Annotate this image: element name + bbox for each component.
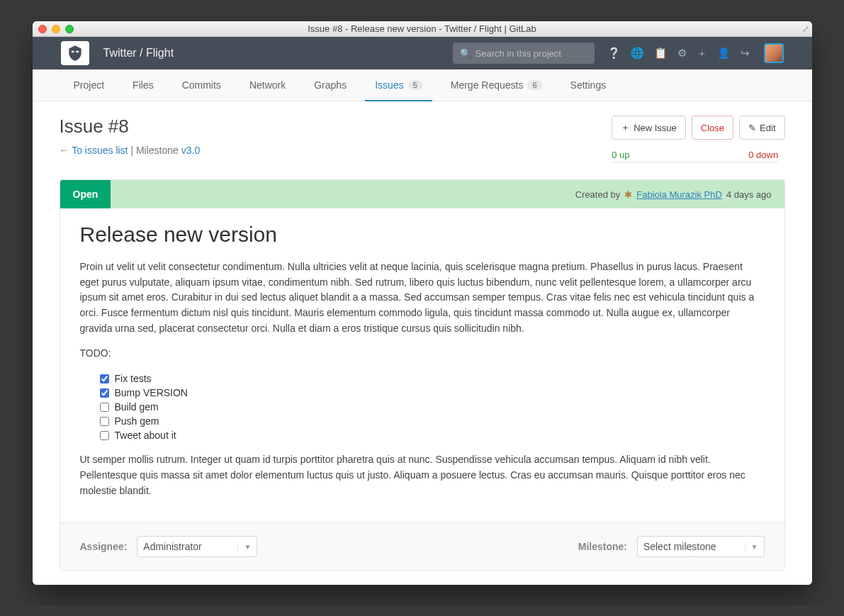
todo-checkbox[interactable] [100, 403, 109, 412]
issue-paragraph: Proin ut velit ut velit consectetur cond… [80, 259, 765, 336]
tab-network[interactable]: Network [235, 69, 300, 101]
close-window-icon[interactable] [38, 25, 47, 33]
zoom-window-icon[interactable] [65, 25, 74, 33]
assignee-label: Assignee: [80, 541, 128, 552]
issue-footer: Assignee: Administrator ▼ Milestone: Sel… [60, 522, 784, 570]
status-badge: Open [60, 180, 111, 208]
tab-settings[interactable]: Settings [556, 69, 621, 101]
todo-checkbox[interactable] [100, 417, 109, 426]
search-icon: 🔍 [460, 48, 471, 59]
todo-checkbox[interactable] [100, 374, 109, 383]
project-tabs: ProjectFilesCommitsNetworkGraphsIssues5M… [33, 69, 812, 101]
created-ago: 4 days ago [726, 189, 772, 200]
downvote-count: 0 down [748, 150, 778, 160]
todo-item: Bump VERSION [100, 386, 765, 400]
logout-icon[interactable]: ↪ [741, 47, 750, 60]
todo-text: Bump VERSION [115, 387, 188, 398]
tab-badge: 6 [527, 80, 541, 90]
tab-merge-requests[interactable]: Merge Requests6 [437, 69, 556, 101]
navbar-icons: ❔ 🌐 📋 ⚙ ＋ 👤 ↪ [607, 43, 784, 63]
milestone-select[interactable]: Select milestone ▼ [637, 536, 765, 557]
assignee-select[interactable]: Administrator ▼ [137, 536, 257, 557]
todo-text: Push gem [115, 415, 159, 427]
milestone-label: Milestone [136, 145, 181, 156]
issue-title: Release new version [80, 223, 765, 247]
project-name[interactable]: Twitter / Flight [103, 47, 174, 60]
todo-list: Fix testsBump VERSIONBuild gemPush gemTw… [80, 371, 765, 442]
gitlab-logo[interactable] [61, 41, 89, 65]
status-bar: Open Created by ✱ Fabiola Murazik PhD 4 … [60, 180, 784, 208]
tab-badge: 5 [408, 80, 422, 90]
todo-item: Tweet about it [100, 428, 765, 442]
tab-project[interactable]: Project [60, 69, 119, 101]
todo-text: Fix tests [115, 373, 152, 384]
todo-checkbox[interactable] [100, 431, 109, 440]
milestone-link[interactable]: v3.0 [181, 145, 200, 156]
copy-icon[interactable]: 📋 [654, 47, 668, 60]
todo-text: Build gem [115, 401, 159, 413]
todo-heading: TODO: [80, 346, 765, 362]
gears-icon[interactable]: ⚙ [677, 47, 687, 60]
sprocket-icon: ✱ [624, 189, 632, 200]
tab-files[interactable]: Files [118, 69, 168, 101]
plus-icon: ＋ [621, 121, 630, 134]
back-arrow-icon: ← [60, 145, 69, 156]
help-icon[interactable]: ❔ [607, 47, 621, 60]
new-issue-button[interactable]: ＋New Issue [612, 116, 686, 140]
minimize-window-icon[interactable] [52, 25, 60, 33]
tab-commits[interactable]: Commits [168, 69, 235, 101]
issue-paragraph: Ut semper mollis rutrum. Integer ut quam… [80, 452, 765, 498]
edit-issue-button[interactable]: ✎Edit [739, 116, 784, 140]
created-by-label: Created by [575, 189, 621, 200]
titlebar: Issue #8 - Release new version - Twitter… [33, 21, 812, 37]
issue-number: Issue #8 [60, 116, 201, 138]
breadcrumb: ← To issues list | Milestone v3.0 [60, 145, 201, 156]
todo-checkbox[interactable] [100, 388, 109, 398]
search-box[interactable]: 🔍 [453, 43, 595, 64]
plus-icon[interactable]: ＋ [697, 47, 707, 60]
resize-icon[interactable]: ⤢ [802, 24, 809, 34]
close-issue-button[interactable]: Close [692, 116, 733, 140]
globe-icon[interactable]: 🌐 [631, 47, 644, 60]
chevron-down-icon: ▼ [745, 543, 758, 551]
todo-text: Tweet about it [115, 430, 176, 441]
todo-item: Fix tests [100, 371, 765, 386]
issue-box: Open Created by ✱ Fabiola Murazik PhD 4 … [60, 179, 785, 571]
app-window: Issue #8 - Release new version - Twitter… [33, 21, 812, 585]
search-input[interactable] [476, 48, 587, 59]
avatar[interactable] [764, 43, 784, 63]
upvote-count: 0 up [612, 150, 629, 160]
tab-graphs[interactable]: Graphs [300, 69, 361, 101]
user-icon[interactable]: 👤 [717, 47, 731, 60]
top-navbar: Twitter / Flight 🔍 ❔ 🌐 📋 ⚙ ＋ 👤 ↪ [33, 37, 812, 69]
chevron-down-icon: ▼ [237, 543, 251, 551]
edit-icon: ✎ [748, 123, 756, 133]
milestone-label: Milestone: [578, 541, 627, 552]
todo-item: Build gem [100, 400, 765, 414]
todo-item: Push gem [100, 414, 765, 428]
window-title: Issue #8 - Release new version - Twitter… [33, 23, 812, 34]
back-to-issues-link[interactable]: To issues list [72, 145, 128, 156]
author-link[interactable]: Fabiola Murazik PhD [636, 189, 722, 200]
page-content: Issue #8 ← To issues list | Milestone v3… [33, 101, 812, 585]
window-controls [38, 25, 74, 33]
tab-issues[interactable]: Issues5 [361, 69, 437, 101]
